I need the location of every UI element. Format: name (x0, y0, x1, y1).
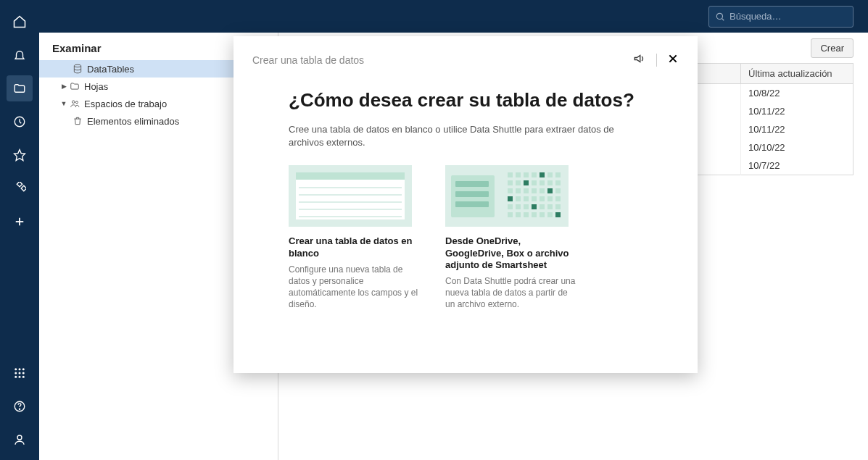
import-thumbnail (445, 165, 569, 227)
svg-point-22 (75, 101, 78, 104)
svg-point-0 (716, 13, 722, 19)
blank-table-thumbnail (289, 165, 412, 227)
cell-date: 10/11/22 (741, 120, 853, 138)
cell-date: 10/10/22 (741, 138, 853, 156)
favorites-icon[interactable] (7, 142, 33, 168)
tree-item-label: Elementos eliminados (87, 116, 179, 127)
svg-point-20 (74, 64, 80, 67)
svg-rect-4 (17, 182, 22, 187)
close-icon[interactable] (667, 53, 679, 67)
svg-point-15 (19, 376, 21, 378)
svg-point-10 (22, 368, 25, 370)
option-description: Con Data Shuttle podrá crear una nueva t… (445, 275, 576, 311)
modal-breadcrumb: Crear una tabla de datos (252, 54, 364, 66)
option-title: Desde OneDrive, GoogleDrive, Box o archi… (445, 235, 576, 271)
column-last-update[interactable]: Última actualización (741, 64, 853, 84)
svg-marker-3 (15, 150, 25, 161)
help-icon[interactable] (7, 393, 33, 419)
tree-item-label: Hojas (84, 81, 108, 92)
modal-body: ¿Cómo desea crear su tabla de datos? Cre… (252, 68, 679, 311)
cell-date: 10/8/22 (741, 84, 853, 103)
modal-heading: ¿Cómo desea crear su tabla de datos? (289, 90, 642, 112)
svg-point-8 (15, 368, 17, 370)
chevron-down-icon: ▼ (59, 100, 68, 107)
svg-point-14 (15, 376, 17, 378)
recent-icon[interactable] (7, 109, 33, 135)
svg-point-18 (19, 409, 20, 409)
svg-rect-5 (21, 185, 26, 191)
modal-options: Crear una tabla de datos en blanco Confi… (289, 165, 642, 310)
modal-header: Crear una tabla de datos (252, 52, 679, 68)
modal-subtext: Cree una tabla de datos en blanco o util… (289, 123, 642, 149)
svg-point-21 (73, 101, 75, 104)
folder-icon (68, 81, 81, 91)
svg-point-13 (22, 372, 25, 375)
svg-point-12 (19, 372, 21, 375)
option-blank-table[interactable]: Crear una tabla de datos en blanco Confi… (289, 165, 419, 310)
svg-point-19 (17, 435, 22, 440)
cell-date: 10/7/22 (741, 156, 853, 175)
svg-line-1 (722, 18, 724, 20)
home-icon[interactable] (7, 9, 33, 35)
top-bar (0, 0, 868, 33)
search-icon (715, 12, 725, 22)
add-icon[interactable] (7, 209, 33, 235)
tree-item-label: DataTables (87, 64, 134, 75)
database-icon (71, 64, 84, 74)
people-icon (68, 99, 81, 109)
workapps-icon[interactable] (7, 175, 33, 201)
search-box[interactable] (708, 6, 853, 28)
apps-icon[interactable] (7, 360, 33, 386)
create-button[interactable]: Crear (811, 38, 853, 58)
option-title: Crear una tabla de datos en blanco (289, 235, 419, 259)
megaphone-icon[interactable] (633, 52, 646, 68)
divider (656, 54, 657, 67)
search-input[interactable] (729, 11, 847, 22)
notifications-icon[interactable] (7, 42, 33, 68)
trash-icon (71, 116, 84, 126)
left-rail (0, 0, 39, 460)
option-description: Configure una nueva tabla de datos y per… (289, 264, 419, 311)
svg-point-11 (15, 372, 17, 375)
account-icon[interactable] (7, 427, 33, 453)
tree-item-label: Espacios de trabajo (84, 99, 167, 109)
svg-point-9 (19, 368, 21, 370)
cell-date: 10/11/22 (741, 102, 853, 120)
chevron-right-icon: ▶ (59, 83, 68, 90)
create-datatable-modal: Crear una tabla de datos ¿Cómo desea cre… (233, 36, 698, 373)
svg-point-16 (22, 376, 25, 378)
option-import-table[interactable]: Desde OneDrive, GoogleDrive, Box o archi… (445, 165, 576, 310)
browse-icon[interactable] (7, 75, 33, 101)
